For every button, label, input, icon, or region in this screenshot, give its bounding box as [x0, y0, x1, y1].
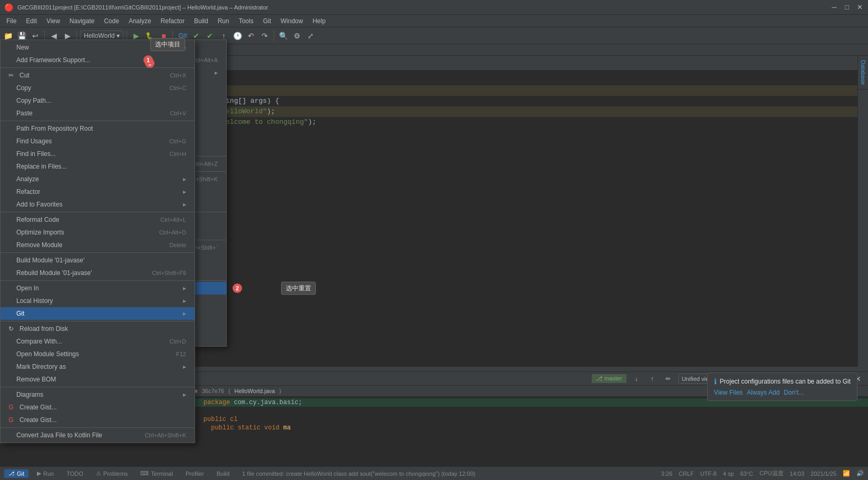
close-btn[interactable]: ✕: [855, 3, 864, 12]
outer-ctx-open-in[interactable]: Open In ▸: [1, 282, 195, 295]
editor-tabs: HelloWorld.java: [158, 56, 857, 71]
outer-ctx-reformat[interactable]: Reformat Code Ctrl+Alt+L: [1, 213, 195, 226]
menu-item-file[interactable]: File: [2, 16, 21, 26]
outer-ctx-convert[interactable]: Convert Java File to Kotlin File Ctrl+Al…: [1, 429, 195, 442]
outer-ctx-git[interactable]: Git ▸: [1, 307, 195, 320]
right-sidebar: Database: [857, 56, 868, 367]
outer-ctx-refactor[interactable]: Refactor ▸: [1, 185, 195, 198]
outer-ctx-create-gist-2[interactable]: G Create Gist...: [1, 414, 195, 426]
outer-ctx-cut[interactable]: ✂ Cut Ctrl+X: [1, 69, 195, 82]
outer-build-module-label: Build Module '01-javase': [16, 257, 84, 264]
master-badge[interactable]: ⎇ master: [592, 374, 626, 383]
status-right: 3:26 CRLF UTF-8 4 sp 63°C CPU温度 14:03 20…: [661, 469, 864, 477]
outer-ctx-paste[interactable]: Paste Ctrl+V: [1, 107, 195, 120]
outer-ctx-rebuild-module[interactable]: Rebuild Module '01-javase' Ctrl+Shift+F9: [1, 267, 195, 279]
outer-ctx-mark-dir[interactable]: Mark Directory as ▸: [1, 360, 195, 373]
outer-ctx-replace[interactable]: Replace in Files...: [1, 160, 195, 173]
menu-item-help[interactable]: Help: [308, 16, 330, 26]
status-tab-todo[interactable]: TODO: [62, 469, 88, 478]
outer-ctx-analyze[interactable]: Analyze ▸: [1, 173, 195, 185]
outer-replace-label: Replace in Files...: [16, 163, 66, 170]
outer-ctx-framework[interactable]: Add Framework Support...: [1, 54, 195, 66]
outer-ctx-diagrams[interactable]: Diagrams ▸: [1, 388, 195, 401]
toolbar-btn-settings[interactable]: ⚙: [291, 30, 303, 42]
menu-bar: File Edit View Navigate Code Analyze Ref…: [0, 15, 868, 27]
toolbar-btn-expand[interactable]: ⤢: [305, 30, 316, 42]
status-tab-run[interactable]: ▶ Run: [33, 469, 58, 478]
outer-copy-label: Copy: [16, 84, 31, 92]
menu-item-run[interactable]: Run: [214, 16, 234, 26]
notif-dont-btn[interactable]: Don't...: [784, 389, 804, 396]
outer-ctx-copy-path[interactable]: Copy Path...: [1, 94, 195, 107]
outer-ctx-reload[interactable]: ↻ Reload from Disk: [1, 322, 195, 335]
git-arrow: ▸: [183, 310, 186, 317]
problems-label: Problems: [103, 471, 128, 477]
run-status-icon: ▶: [37, 470, 41, 477]
chevron-down-icon: ▾: [117, 32, 120, 40]
outer-cut-label: Cut: [20, 72, 30, 79]
diff-nav-up[interactable]: ↑: [647, 373, 658, 385]
outer-diagrams-label: Diagrams: [16, 391, 43, 398]
minimize-btn[interactable]: ─: [830, 3, 838, 12]
outer-ctx-create-gist-1[interactable]: G Create Gist...: [1, 401, 195, 414]
problems-icon: ⚠: [96, 470, 101, 477]
right-tab-database[interactable]: Database: [858, 56, 868, 90]
maximize-btn[interactable]: □: [843, 3, 851, 12]
outer-ctx-path-from-repo[interactable]: Path From Repository Root: [1, 122, 195, 135]
outer-ctx-find-files[interactable]: Find in Files... Ctrl+H: [1, 148, 195, 160]
toolbar-btn-redo[interactable]: ↷: [259, 30, 271, 42]
outer-find-usages-label: Find Usages: [16, 138, 52, 145]
outer-ctx-build-module[interactable]: Build Module '01-javase': [1, 254, 195, 267]
notif-always-add-btn[interactable]: Always Add: [747, 389, 779, 396]
menu-item-tools[interactable]: Tools: [235, 16, 258, 26]
status-indent: 4 sp: [723, 471, 734, 477]
outer-ctx-optimize[interactable]: Optimize Imports Ctrl+Alt+O: [1, 226, 195, 239]
menu-item-analyze[interactable]: Analyze: [124, 16, 156, 26]
menu-item-refactor[interactable]: Refactor: [157, 16, 189, 26]
outer-ctx-module-settings[interactable]: Open Module Settings F12: [1, 348, 195, 360]
toolbar-btn-search[interactable]: 🔍: [277, 30, 289, 42]
terminal-icon: ⌨: [140, 470, 149, 477]
menu-item-view[interactable]: View: [42, 16, 64, 26]
outer-ctx-remove-module[interactable]: Remove Module Delete: [1, 239, 195, 251]
status-tab-profiler[interactable]: Profiler: [181, 469, 208, 478]
status-line-ending: CRLF: [679, 471, 694, 477]
outer-paste-label: Paste: [16, 110, 33, 117]
outer-ctx-compare[interactable]: Compare With... Ctrl+D: [1, 335, 195, 348]
outer-ctx-local-history[interactable]: Local History ▸: [1, 295, 195, 307]
outer-ctx-copy[interactable]: Copy Ctrl+C: [1, 82, 195, 94]
notification-popup: ℹ Project configurations files can be ad…: [707, 373, 857, 401]
status-tab-build[interactable]: Build: [213, 469, 234, 478]
diff-edit-btn[interactable]: ✏: [662, 373, 674, 385]
outer-ctx-favorites[interactable]: Add to Favorites ▸: [1, 198, 195, 211]
diff-file-name: HelloWorld.java: [235, 388, 275, 394]
find-files-shortcut: Ctrl+H: [170, 151, 186, 157]
status-tab-problems[interactable]: ⚠ Problems: [92, 469, 132, 478]
notif-view-files-btn[interactable]: View Files: [714, 389, 742, 396]
outer-ctx-sep6: [1, 321, 195, 321]
toolbar-btn-undo[interactable]: ↶: [245, 30, 257, 42]
terminal-label: Terminal: [151, 471, 173, 477]
cut-icon: ✂: [7, 72, 15, 79]
outer-ctx-find-usages[interactable]: Find Usages Ctrl+G: [1, 135, 195, 148]
outer-ctx-remove-bom[interactable]: Remove BOM: [1, 373, 195, 386]
outer-compare-label: Compare With...: [16, 338, 62, 345]
rebuild-shortcut: Ctrl+Shift+F9: [152, 270, 186, 276]
menu-item-code[interactable]: Code: [100, 16, 123, 26]
menu-item-window[interactable]: Window: [276, 16, 307, 26]
notification-title: ℹ Project configurations files can be ad…: [714, 377, 851, 386]
diff-nav-down[interactable]: ↓: [631, 373, 642, 385]
menu-item-git[interactable]: Git: [259, 16, 275, 26]
badge-1-number: 1: [143, 55, 153, 65]
status-message-text: 1 file committed: create HelloWorld clas…: [242, 471, 475, 477]
menu-item-build[interactable]: Build: [190, 16, 213, 26]
menu-item-navigate[interactable]: Navigate: [65, 16, 99, 26]
status-tab-terminal[interactable]: ⌨ Terminal: [136, 469, 177, 478]
title-bar-controls: ─ □ ✕: [830, 3, 864, 12]
status-tab-git[interactable]: ⎇ Git: [4, 469, 28, 478]
menu-item-edit[interactable]: Edit: [22, 16, 41, 26]
editor-content[interactable]: asic; ld { d main(String[] args) { intln…: [158, 71, 857, 367]
toolbar-btn-clock[interactable]: 🕐: [232, 30, 243, 42]
outer-create-gist-2-label: Create Gist...: [20, 416, 57, 424]
outer-copy-path-label: Copy Path...: [16, 97, 51, 104]
